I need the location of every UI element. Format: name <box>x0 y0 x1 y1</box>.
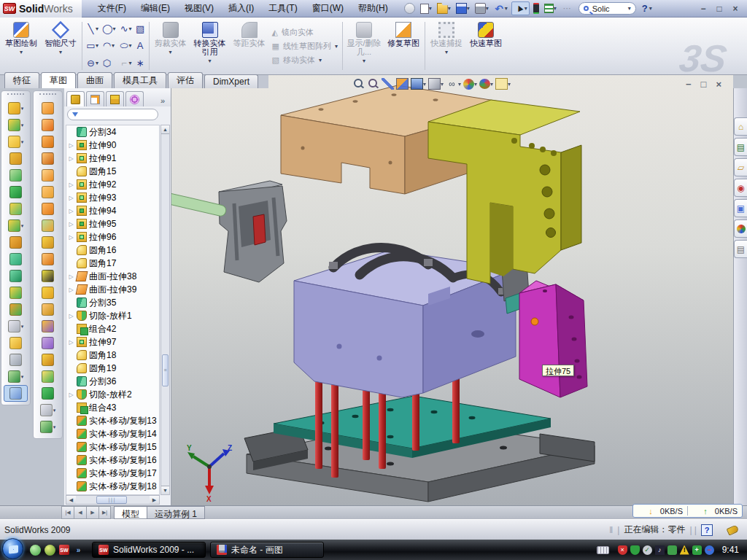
tree-item[interactable]: ▷拉伸93 <box>66 191 159 204</box>
app-minimize-button[interactable]: − <box>697 4 709 14</box>
quick-tips-button[interactable]: ? <box>701 524 713 536</box>
line-tool[interactable]: ╲▾ <box>85 20 99 37</box>
tray-update-badge-icon[interactable]: ✓ <box>643 545 652 555</box>
design-library-tab[interactable]: ▤ <box>734 138 747 156</box>
search-box[interactable]: ▾ <box>578 2 636 15</box>
spline-tool[interactable]: ∿▾ <box>119 20 133 37</box>
quick-launch-solidworks-icon[interactable]: SW <box>59 545 69 555</box>
app-close-button[interactable]: × <box>729 4 741 14</box>
tree-item[interactable]: 圆角18 <box>66 349 159 362</box>
tray-antivirus-shield-icon[interactable]: × <box>618 545 627 555</box>
untrim-surface-button[interactable] <box>34 301 61 318</box>
configurationmanager-tab[interactable] <box>106 91 124 106</box>
tab-mold-tools[interactable]: 模具工具 <box>114 72 166 88</box>
help-menu[interactable]: 帮助(H) <box>351 0 395 18</box>
scroll-left-button[interactable]: ◀ <box>66 496 76 504</box>
featuremanager-tree-tab[interactable] <box>66 91 85 106</box>
knit-surface-button[interactable] <box>34 351 61 368</box>
jump-to-start-button[interactable]: |◀ <box>61 506 74 519</box>
search-dropdown-icon[interactable]: ▾ <box>628 5 631 12</box>
view-menu[interactable]: 视图(V) <box>177 0 221 18</box>
expand-arrow-icon[interactable]: ▷ <box>68 273 74 280</box>
custom-properties-tab[interactable]: ▤ <box>734 240 747 258</box>
edit-appearance-button[interactable]: ▾ <box>463 79 477 90</box>
expand-arrow-icon[interactable]: ▷ <box>68 142 74 149</box>
view-settings-button[interactable]: ▾ <box>495 78 511 90</box>
shell-button[interactable] <box>2 184 29 201</box>
tree-item[interactable]: ▷曲面-拉伸38 <box>66 270 159 283</box>
intersect-button[interactable] <box>2 268 29 284</box>
tree-item[interactable]: 圆角19 <box>66 362 159 375</box>
display-style-button[interactable]: ▾ <box>428 78 444 90</box>
tree-item[interactable]: 实体-移动/复制13 <box>66 414 159 427</box>
expand-arrow-icon[interactable]: ▷ <box>68 392 74 398</box>
extruded-cut-button[interactable]: ▾ <box>2 117 29 133</box>
save-button[interactable]: ▾ <box>454 2 471 15</box>
jump-to-end-button[interactable]: ▶| <box>98 506 111 519</box>
tree-item[interactable]: ▷拉伸97 <box>66 335 159 349</box>
print-button[interactable]: ▾ <box>473 2 490 15</box>
taskbar-solidworks-button[interactable]: SWSolidWorks 2009 - ... <box>92 542 206 558</box>
fillet-button[interactable]: ▾ <box>2 133 29 150</box>
tools-menu[interactable]: 工具(T) <box>261 0 304 18</box>
tab-features[interactable]: 特征 <box>4 72 39 88</box>
polygon-tool[interactable]: ⬡ <box>101 55 117 71</box>
toolbar-drag-handle[interactable] <box>39 93 56 97</box>
tray-volume-icon[interactable]: ♪ <box>655 545 665 555</box>
start-button[interactable] <box>2 538 23 559</box>
file-explorer-tab[interactable]: ▱ <box>734 158 747 176</box>
repair-sketch-button[interactable]: 修复草图 <box>384 19 423 73</box>
taskbar-paint-button[interactable]: 未命名 - 画图 <box>210 542 324 558</box>
swept-surface-button[interactable] <box>34 100 61 117</box>
combine-button[interactable] <box>2 284 29 301</box>
toolbar-overflow-icon[interactable]: ⋯ <box>560 2 574 15</box>
tree-item[interactable]: 实体-移动/复制17 <box>66 467 159 480</box>
tab-surfaces[interactable]: 曲面 <box>77 72 112 88</box>
app-restore-button[interactable]: □ <box>713 4 725 14</box>
expand-arrow-icon[interactable]: ▷ <box>68 313 74 319</box>
tree-item[interactable]: 圆角16 <box>66 244 159 257</box>
model-cavity-insert-gray[interactable] <box>219 181 287 282</box>
reference-point-button[interactable]: ▾ <box>2 318 29 335</box>
tree-item[interactable]: 圆角17 <box>66 257 159 270</box>
rapid-sketch-button[interactable]: 快速草图 <box>466 19 506 73</box>
tree-item[interactable]: ▷拉伸96 <box>66 230 159 244</box>
graphics-viewport[interactable]: Y Z X ▾▾∞▾▾▾▾ −□× 拉伸75 <box>171 75 733 505</box>
tray-network-icon[interactable] <box>667 545 677 555</box>
step-back-button[interactable]: ◀ <box>74 506 86 519</box>
select-button[interactable]: ▶▾ <box>511 1 530 15</box>
text-tool[interactable]: A <box>135 37 146 54</box>
point-tool[interactable]: ∗ <box>135 55 146 71</box>
reference-axis-button[interactable] <box>2 351 29 368</box>
tab-sketch[interactable]: 草图 <box>41 72 76 88</box>
model-tab[interactable]: 模型 <box>114 506 147 519</box>
insert-menu[interactable]: 插入(I) <box>221 0 261 18</box>
help-button[interactable]: ? <box>642 3 648 14</box>
thicken-button[interactable] <box>34 385 61 402</box>
view-palette-tab[interactable]: ▣ <box>734 199 747 217</box>
hole-wizard-button[interactable] <box>2 201 29 217</box>
doc-minimize-button[interactable]: − <box>686 79 692 90</box>
tree-item[interactable]: 实体-移动/复制18 <box>66 480 159 493</box>
view-orientation-button[interactable]: ▾ <box>411 78 426 90</box>
quick-launch-messenger-icon[interactable] <box>30 545 41 556</box>
expand-arrow-icon[interactable]: ▷ <box>68 208 74 214</box>
horizontal-scroll-thumb[interactable]: ∣∣∣ <box>96 496 127 504</box>
smart-dimension-button[interactable]: 智能尺寸▾ <box>41 19 80 73</box>
apply-scene-button[interactable]: ▾ <box>479 79 493 89</box>
tab-evaluate[interactable]: 评估 <box>168 72 203 88</box>
options-button[interactable]: ▾ <box>543 3 558 14</box>
help-dropdown-icon[interactable]: ▾ <box>649 5 652 12</box>
tree-item[interactable]: ▷拉伸90 <box>66 139 159 152</box>
linear-pattern-button[interactable]: ▾ <box>2 217 29 234</box>
rib-button[interactable] <box>2 234 29 251</box>
scroll-up-button[interactable]: ▲ <box>161 125 169 134</box>
planar-surface-button[interactable] <box>34 184 61 201</box>
fillet-surface-button[interactable] <box>34 368 61 385</box>
replace-face-button[interactable] <box>34 284 61 301</box>
expand-arrow-icon[interactable]: ▷ <box>68 195 74 201</box>
tree-filter-box[interactable] <box>67 109 158 120</box>
expand-arrow-icon[interactable]: ▷ <box>68 287 74 293</box>
panel-expand-chevron[interactable]: » <box>157 96 169 106</box>
helix-button[interactable]: ▾ <box>2 368 29 385</box>
